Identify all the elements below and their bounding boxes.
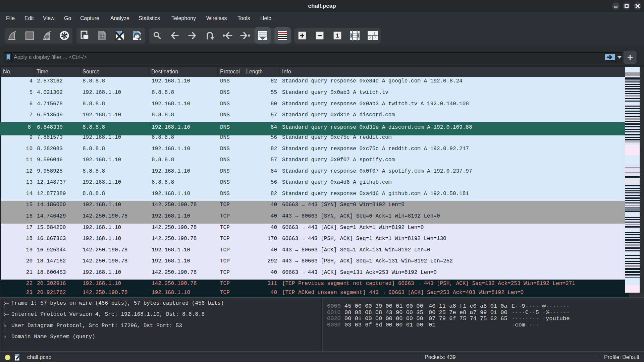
svg-text:1: 1 [373,31,375,35]
svg-text:3: 3 [374,36,376,40]
svg-text:2: 2 [369,36,371,40]
svg-text:1: 1 [336,33,339,39]
